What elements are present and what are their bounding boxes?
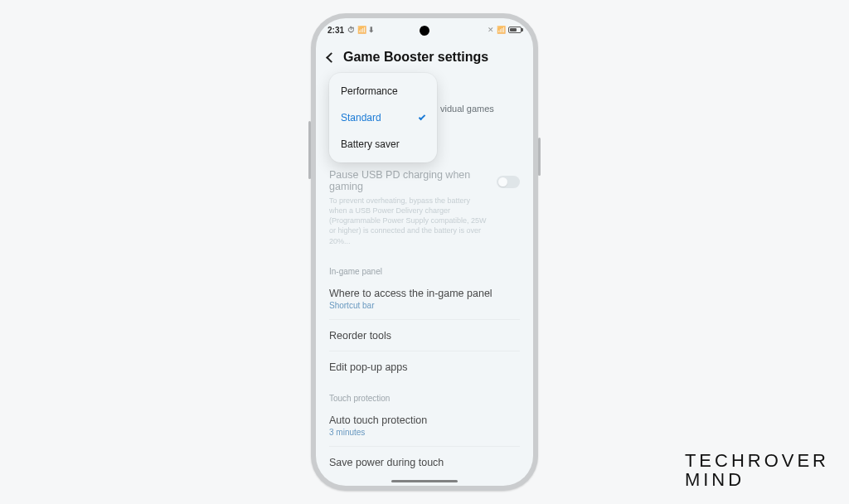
access-value: Shortcut bar bbox=[329, 301, 520, 310]
row-auto-touch-protection[interactable]: Auto touch protection 3 minutes bbox=[329, 406, 520, 444]
divider bbox=[329, 319, 520, 320]
performance-dropdown[interactable]: Performance Standard Battery saver bbox=[329, 73, 437, 162]
check-icon bbox=[419, 113, 425, 119]
battery-icon bbox=[508, 27, 522, 33]
row-reorder-tools[interactable]: Reorder tools bbox=[329, 322, 520, 349]
row-edit-popup-apps[interactable]: Edit pop-up apps bbox=[329, 353, 520, 380]
perf-option-battery-saver[interactable]: Battery saver bbox=[329, 131, 437, 158]
status-right-icons: ✕ 📶 bbox=[488, 26, 506, 34]
watermark: TECHROVER MIND bbox=[685, 451, 829, 489]
toggle-knob bbox=[498, 177, 507, 187]
power-button bbox=[538, 138, 541, 176]
back-icon[interactable] bbox=[326, 52, 337, 63]
title-bar: Game Booster settings bbox=[327, 50, 522, 65]
divider bbox=[329, 446, 520, 447]
home-indicator[interactable] bbox=[391, 480, 458, 482]
reorder-title: Reorder tools bbox=[329, 330, 520, 342]
auto-touch-title: Auto touch protection bbox=[329, 414, 520, 426]
peek-text: vidual games bbox=[440, 104, 494, 114]
save-power-title: Save power during touch bbox=[329, 457, 520, 468]
row-pause-usb-charging[interactable]: Pause USB PD charging when gaming To pre… bbox=[329, 161, 520, 254]
access-title: Where to access the in-game panel bbox=[329, 288, 520, 299]
status-right: ✕ 📶 bbox=[488, 26, 522, 34]
perf-option-standard[interactable]: Standard bbox=[329, 104, 437, 131]
auto-touch-value: 3 minutes bbox=[329, 428, 520, 437]
pause-usb-desc: To prevent overheating, bypass the batte… bbox=[329, 196, 490, 246]
pause-usb-toggle[interactable] bbox=[497, 176, 520, 188]
page-title: Game Booster settings bbox=[343, 50, 488, 65]
row-access-in-game-panel[interactable]: Where to access the in-game panel Shortc… bbox=[329, 279, 520, 317]
volume-button bbox=[308, 121, 311, 179]
phone-frame: 2:31 ⏱ 📶 ⬇ ✕ 📶 Game Booster settings vid… bbox=[311, 13, 538, 491]
phone-screen: 2:31 ⏱ 📶 ⬇ ✕ 📶 Game Booster settings vid… bbox=[316, 18, 533, 486]
perf-option-label: Performance bbox=[341, 85, 398, 97]
status-left: 2:31 ⏱ 📶 ⬇ bbox=[327, 26, 375, 35]
perf-option-performance[interactable]: Performance bbox=[329, 78, 437, 104]
pause-usb-title: Pause USB PD charging when gaming bbox=[329, 169, 490, 192]
status-time: 2:31 bbox=[327, 26, 344, 35]
section-in-game-panel: In-game panel bbox=[329, 254, 520, 279]
front-camera bbox=[420, 26, 429, 36]
perf-option-label: Standard bbox=[341, 112, 381, 124]
edit-popup-title: Edit pop-up apps bbox=[329, 361, 520, 373]
status-left-icons: ⏱ 📶 ⬇ bbox=[347, 26, 375, 34]
watermark-line2: MIND bbox=[685, 470, 829, 489]
row-save-power-touch[interactable]: Save power during touch bbox=[329, 448, 520, 472]
watermark-line1: TECHROVER bbox=[685, 451, 829, 470]
section-touch-protection: Touch protection bbox=[329, 380, 520, 406]
perf-option-label: Battery saver bbox=[341, 138, 400, 150]
divider bbox=[329, 351, 520, 351]
